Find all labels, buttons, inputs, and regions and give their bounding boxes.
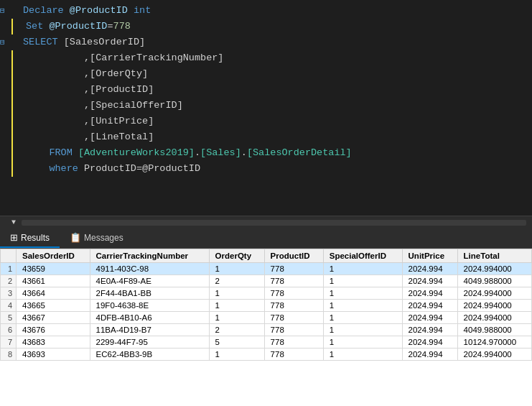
code-line: ,[CarrierTrackingNumber]: [0, 50, 532, 66]
cell: 2024.994000: [457, 287, 531, 300]
cell: 778: [264, 275, 323, 287]
cell: 19F0-4638-8E: [90, 300, 209, 312]
row-number: 6: [1, 324, 17, 336]
code-content: ,[ProductID]: [24, 82, 154, 98]
cell: 4049.988000: [457, 275, 531, 287]
cell: 778: [264, 263, 323, 275]
column-header-OrderQty: OrderQty: [209, 249, 264, 263]
code-line: ,[LineTotal]: [0, 129, 532, 145]
indent-bar: [11, 98, 24, 114]
code-editor: ⊟Declare @ProductID intSet @ProductID=77…: [0, 0, 532, 216]
indent-bar: [11, 114, 24, 129]
cell: 1: [323, 349, 402, 361]
code-content: ,[SpecialOfferID]: [24, 98, 183, 114]
indent-bar: [11, 50, 24, 66]
cell: 778: [264, 336, 323, 349]
cell: 2024.994000: [457, 263, 531, 275]
code-content: ,[CarrierTrackingNumber]: [24, 50, 223, 66]
table-row[interactable]: 843693EC62-4BB3-9B177812024.9942024.9940…: [1, 349, 532, 361]
column-header-SalesOrderID: SalesOrderID: [17, 249, 90, 263]
table-row[interactable]: 1436594911-403C-98177812024.9942024.9940…: [1, 263, 532, 275]
code-content: Set @ProductID=778: [24, 19, 131, 34]
fold-icon[interactable]: ⊟: [0, 3, 10, 19]
cell: 2024.994000: [457, 312, 531, 324]
cell: 43667: [17, 312, 90, 324]
table-row[interactable]: 5436674DFB-4B10-A6177812024.9942024.9940…: [1, 312, 532, 324]
cell: 1: [209, 263, 264, 275]
cell: 1: [209, 300, 264, 312]
column-header-ProductID: ProductID: [264, 249, 323, 263]
cell: 4049.988000: [457, 324, 531, 336]
cell: 43676: [17, 324, 90, 336]
indent-bar: [11, 19, 24, 34]
code-line: where ProductID=@ProductID: [0, 161, 532, 177]
code-line: ,[ProductID]: [0, 82, 532, 98]
table-row[interactable]: 2436614E0A-4F89-AE277812024.9944049.9880…: [1, 275, 532, 287]
column-header-UnitPrice: UnitPrice: [402, 249, 457, 263]
cell: 778: [264, 312, 323, 324]
cell: 778: [264, 349, 323, 361]
tab-messages[interactable]: 📋Messages: [60, 229, 134, 248]
cell: 2024.994000: [457, 300, 531, 312]
code-content: ,[LineTotal]: [24, 129, 154, 145]
status-bar: ▼: [0, 216, 532, 229]
code-content: SELECT [SalesOrderID]: [22, 34, 145, 50]
cell: 1: [323, 287, 402, 300]
messages-tab-icon: 📋: [70, 232, 81, 243]
cell: 2024.994: [402, 263, 457, 275]
row-number: 2: [1, 275, 17, 287]
table-row[interactable]: 44366519F0-4638-8E177812024.9942024.9940…: [1, 300, 532, 312]
cell: 43665: [17, 300, 90, 312]
cell: 2024.994000: [457, 349, 531, 361]
code-line: FROM [AdventureWorks2019].[Sales].[Sales…: [0, 145, 532, 161]
table-row[interactable]: 64367611BA-4D19-B7277812024.9944049.9880…: [1, 324, 532, 336]
code-content: where ProductID=@ProductID: [24, 161, 200, 177]
row-number: 1: [1, 263, 17, 275]
cell: 4911-403C-98: [90, 263, 209, 275]
table-row[interactable]: 3436642F44-4BA1-BB177812024.9942024.9940…: [1, 287, 532, 300]
code-content: ,[OrderQty]: [24, 66, 148, 82]
code-line: ⊟Declare @ProductID int: [0, 3, 532, 19]
cell: 2299-44F7-95: [90, 336, 209, 349]
indent-bar: [11, 82, 24, 98]
code-content: ,[UnitPrice]: [24, 114, 154, 129]
cell: 778: [264, 300, 323, 312]
column-header-rownum: [1, 249, 17, 263]
code-content: Declare @ProductID int: [22, 3, 151, 19]
results-area[interactable]: SalesOrderIDCarrierTrackingNumberOrderQt…: [0, 249, 532, 406]
tab-results[interactable]: ⊞Results: [0, 229, 60, 248]
cell: EC62-4BB3-9B: [90, 349, 209, 361]
fold-icon[interactable]: ⊟: [0, 34, 10, 50]
horizontal-scrollbar[interactable]: [22, 220, 526, 226]
cell: 1: [323, 324, 402, 336]
code-line: ,[SpecialOfferID]: [0, 98, 532, 114]
tab-label: Results: [21, 233, 50, 243]
row-number: 4: [1, 300, 17, 312]
column-header-SpecialOfferID: SpecialOfferID: [323, 249, 402, 263]
cell: 43693: [17, 349, 90, 361]
cell: 1: [323, 263, 402, 275]
code-line: ⊟SELECT [SalesOrderID]: [0, 34, 532, 50]
cell: 43659: [17, 263, 90, 275]
cell: 1: [323, 275, 402, 287]
table-row[interactable]: 7436832299-44F7-95577812024.99410124.970…: [1, 336, 532, 349]
cell: 4E0A-4F89-AE: [90, 275, 209, 287]
cell: 2024.994: [402, 300, 457, 312]
cell: 778: [264, 287, 323, 300]
cell: 11BA-4D19-B7: [90, 324, 209, 336]
cell: 2: [209, 275, 264, 287]
cell: 2F44-4BA1-BB: [90, 287, 209, 300]
cell: 2024.994: [402, 287, 457, 300]
cell: 43664: [17, 287, 90, 300]
cell: 2024.994: [402, 312, 457, 324]
indent-bar: [11, 66, 24, 82]
zoom-dropdown-arrow[interactable]: ▼: [11, 218, 16, 226]
cell: 4DFB-4B10-A6: [90, 312, 209, 324]
column-header-LineTotal: LineTotal: [457, 249, 531, 263]
cell: 2024.994: [402, 349, 457, 361]
results-tabs-bar: ⊞Results📋Messages: [0, 229, 532, 249]
row-number: 8: [1, 349, 17, 361]
indent-bar: [11, 145, 24, 161]
code-line: ,[OrderQty]: [0, 66, 532, 82]
code-content: FROM [AdventureWorks2019].[Sales].[Sales…: [24, 145, 352, 161]
